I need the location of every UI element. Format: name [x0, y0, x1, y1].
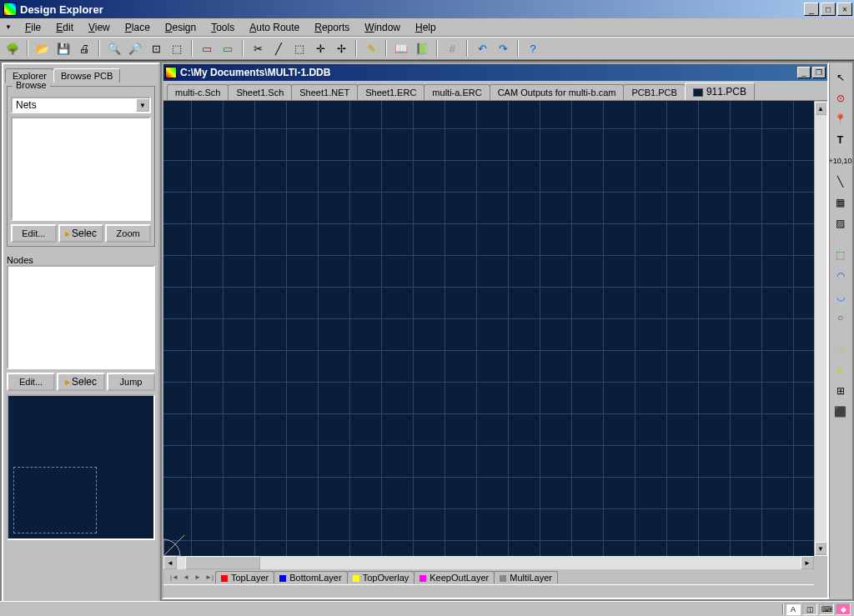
status-btn-eraser[interactable]: ◆	[836, 603, 851, 615]
rtool-line-icon[interactable]: ╲	[832, 173, 849, 190]
rtool-arc2-icon[interactable]: ◡	[832, 288, 849, 305]
tool-undo-icon[interactable]: ↶	[473, 39, 491, 58]
rtool-target-icon[interactable]: ⊙	[832, 90, 849, 107]
separator	[517, 40, 519, 57]
tool-redo-icon[interactable]: ↷	[494, 39, 512, 58]
layer-top[interactable]: TopLayer	[215, 571, 274, 583]
rtool-pin-icon[interactable]: 📍	[832, 111, 849, 128]
menu-file[interactable]: File	[18, 20, 48, 35]
nodes-listbox[interactable]	[7, 265, 155, 369]
tool-move-icon[interactable]: ✢	[332, 39, 350, 58]
tool-zoom-out-icon[interactable]: 🔎	[126, 39, 144, 58]
status-btn-3[interactable]: ⌨	[819, 603, 834, 615]
zoom-button[interactable]: Zoom	[105, 224, 151, 243]
rtool-dimension-icon[interactable]: +10,10	[832, 153, 849, 169]
menu-help[interactable]: Help	[409, 20, 443, 35]
tool-open-icon[interactable]: 📂	[33, 39, 52, 58]
layer-topoverlay[interactable]: TopOverlay	[347, 571, 415, 583]
layer-multi[interactable]: MultiLayer	[494, 571, 558, 583]
tool-highlight-icon[interactable]: ✎	[362, 39, 380, 58]
tab-cam-outputs[interactable]: CAM Outputs for multi-b.cam	[490, 84, 625, 100]
jump-button[interactable]: Jump	[107, 373, 155, 391]
scroll-left-icon[interactable]: ◄	[163, 556, 177, 569]
tool-book1-icon[interactable]: 📖	[392, 39, 410, 58]
vertical-scrollbar[interactable]: ▲ ▼	[814, 101, 827, 556]
rtool-route-icon[interactable]: ⬚	[832, 247, 849, 263]
layer-nav-first-icon[interactable]: |◄	[168, 573, 180, 581]
status-mode-a[interactable]: A	[786, 603, 801, 615]
tool-line-icon[interactable]: ╱	[269, 39, 288, 58]
menu-tools[interactable]: Tools	[204, 20, 241, 35]
rtool-cursor-icon[interactable]: ↖	[832, 69, 849, 86]
doc-restore-button[interactable]: ❐	[812, 67, 826, 78]
menu-design[interactable]: Design	[158, 20, 203, 35]
rtool-hatch-icon[interactable]: ▦	[832, 194, 849, 211]
rtool-array-icon[interactable]: ⊞	[832, 383, 849, 399]
tab-pcb1-pcb[interactable]: PCB1.PCB	[623, 84, 685, 100]
scroll-right-icon[interactable]: ►	[801, 556, 814, 569]
rtool-circle-icon[interactable]: ○	[832, 309, 849, 326]
tool-zoom-fit-icon[interactable]: ⊡	[147, 39, 165, 58]
tool-print-icon[interactable]: 🖨	[75, 39, 93, 58]
menu-reports[interactable]: Reports	[308, 20, 356, 35]
tool-deselect-icon[interactable]: ▭	[219, 39, 237, 58]
layer-nav-next-icon[interactable]: ►	[192, 573, 203, 581]
hscroll-track[interactable]	[177, 556, 801, 569]
tool-help-icon[interactable]: ?	[524, 39, 542, 58]
rtool-text-icon[interactable]: T	[832, 132, 849, 148]
tool-save-icon[interactable]: 💾	[54, 39, 73, 58]
select2-button[interactable]: ▸Selec	[57, 373, 105, 391]
vscroll-track[interactable]	[815, 115, 826, 542]
doc-title: C:\My Documents\MULTI-1.DDB	[180, 67, 796, 78]
doc-minimize-button[interactable]: _	[797, 67, 811, 78]
close-button[interactable]: ×	[837, 3, 852, 16]
tab-sheet1-erc[interactable]: Sheet1.ERC	[357, 84, 424, 100]
tool-cut-icon[interactable]: ✂	[249, 39, 267, 58]
browse-listbox[interactable]	[11, 117, 151, 221]
rtool-arc1-icon[interactable]: ◠	[832, 268, 849, 284]
scroll-down-icon[interactable]: ▼	[815, 542, 826, 555]
tool-tree-icon[interactable]: 🌳	[3, 39, 22, 58]
layer-nav-last-icon[interactable]: ►|	[203, 573, 215, 581]
horizontal-scrollbar[interactable]: ◄ ►	[163, 556, 814, 569]
browse-group: Browse Nets ▼ Edit... ▸Selec Zoom	[7, 86, 155, 247]
tool-zoom-area-icon[interactable]: ⬚	[168, 39, 186, 58]
hscroll-thumb[interactable]	[185, 556, 260, 569]
minimize-button[interactable]: _	[804, 3, 819, 16]
menu-place[interactable]: Place	[118, 20, 157, 35]
nets-select[interactable]: Nets ▼	[11, 97, 151, 113]
rtool-poly-icon[interactable]: ▱	[832, 362, 849, 378]
menu-window[interactable]: Window	[358, 20, 407, 35]
layer-bottom[interactable]: BottomLayer	[274, 571, 347, 583]
layer-keepout[interactable]: KeepOutLayer	[414, 571, 495, 583]
tool-select-icon[interactable]: ▭	[198, 39, 216, 58]
status-btn-2[interactable]: ◫	[802, 603, 817, 615]
tool-grid-icon[interactable]: #	[443, 39, 461, 58]
scroll-up-icon[interactable]: ▲	[815, 102, 826, 115]
edit2-button[interactable]: Edit...	[7, 373, 55, 391]
tab-multi-c-sch[interactable]: multi-c.Sch	[167, 84, 229, 100]
tool-crosshair-icon[interactable]: ✛	[311, 39, 329, 58]
rtool-component-icon[interactable]: ⬛	[832, 403, 849, 420]
edit-button[interactable]: Edit...	[11, 224, 57, 243]
tab-multi-a-erc[interactable]: multi-a.ERC	[424, 84, 490, 100]
tab-browse-pcb[interactable]: Browse PCB	[53, 68, 120, 83]
maximize-button[interactable]: □	[821, 3, 836, 16]
canvas-area[interactable]	[163, 101, 814, 556]
layer-nav-prev-icon[interactable]: ◄	[180, 573, 192, 581]
tab-911-pcb[interactable]: 911.PCB	[685, 83, 755, 100]
tool-rect-icon[interactable]: ⬚	[290, 39, 309, 58]
select-button[interactable]: ▸Selec	[58, 224, 104, 243]
menu-view[interactable]: View	[82, 20, 117, 35]
tab-sheet1-sch[interactable]: Sheet1.Sch	[228, 84, 292, 100]
minimap[interactable]	[7, 394, 155, 540]
menu-edit[interactable]: Edit	[49, 20, 80, 35]
menu-autoroute[interactable]: Auto Route	[243, 20, 306, 35]
rtool-rect-icon[interactable]: ▭	[832, 341, 849, 358]
tab-sheet1-net[interactable]: Sheet1.NET	[291, 84, 358, 100]
tool-zoom-in-icon[interactable]: 🔍	[105, 39, 123, 58]
rtool-fill-icon[interactable]: ▨	[832, 215, 849, 232]
menu-dropdown-icon[interactable]: ▼	[5, 23, 12, 31]
tool-book2-icon[interactable]: 📗	[413, 39, 431, 58]
dropdown-arrow-icon[interactable]: ▼	[136, 98, 149, 112]
